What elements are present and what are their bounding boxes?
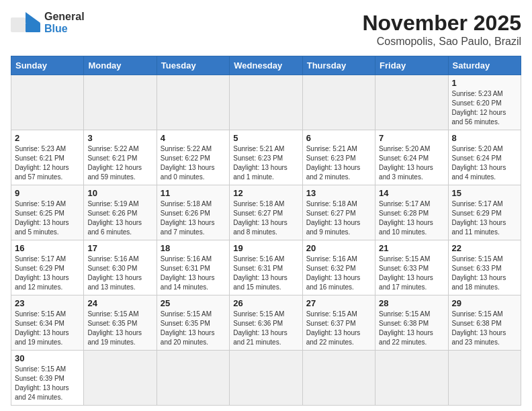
calendar-cell-7: 2Sunrise: 5:23 AM Sunset: 6:21 PM Daylig… (11, 130, 84, 185)
header-tuesday: Tuesday (157, 56, 229, 75)
header-friday: Friday (375, 56, 448, 75)
calendar-header-row: Sunday Monday Tuesday Wednesday Thursday… (11, 56, 521, 75)
logo: General Blue (11, 11, 85, 34)
svg-rect-2 (26, 23, 40, 32)
calendar: Sunday Monday Tuesday Wednesday Thursday… (11, 56, 521, 406)
day-info: Sunrise: 5:15 AM Sunset: 6:33 PM Dayligh… (379, 255, 444, 292)
day-number: 30 (15, 353, 80, 363)
day-info: Sunrise: 5:18 AM Sunset: 6:27 PM Dayligh… (233, 199, 298, 237)
logo-blue-text: Blue (44, 23, 85, 35)
day-number: 4 (161, 133, 226, 143)
day-number: 3 (87, 133, 152, 143)
calendar-cell-13: 8Sunrise: 5:20 AM Sunset: 6:24 PM Daylig… (448, 130, 521, 185)
calendar-cell-19: 14Sunrise: 5:17 AM Sunset: 6:28 PM Dayli… (375, 185, 448, 240)
day-info: Sunrise: 5:15 AM Sunset: 6:35 PM Dayligh… (161, 310, 226, 347)
location-subtitle: Cosmopolis, Sao Paulo, Brazil (362, 36, 521, 48)
calendar-row-4: 23Sunrise: 5:15 AM Sunset: 6:34 PM Dayli… (11, 295, 521, 351)
calendar-cell-1 (84, 75, 157, 130)
calendar-cell-2 (157, 75, 229, 130)
day-number: 24 (87, 298, 152, 308)
day-info: Sunrise: 5:15 AM Sunset: 6:35 PM Dayligh… (87, 310, 152, 347)
day-number: 25 (161, 298, 226, 308)
day-number: 10 (87, 188, 152, 198)
day-number: 20 (306, 243, 371, 253)
calendar-cell-38 (230, 351, 302, 406)
calendar-cell-36 (84, 351, 157, 406)
day-number: 29 (452, 298, 517, 308)
day-info: Sunrise: 5:18 AM Sunset: 6:26 PM Dayligh… (161, 199, 226, 237)
day-number: 6 (306, 133, 371, 143)
day-number: 13 (306, 188, 371, 198)
day-number: 18 (161, 243, 226, 253)
day-number: 1 (452, 78, 517, 88)
day-number: 8 (452, 133, 517, 143)
calendar-cell-40 (375, 351, 448, 406)
day-info: Sunrise: 5:17 AM Sunset: 6:29 PM Dayligh… (15, 255, 80, 292)
day-info: Sunrise: 5:21 AM Sunset: 6:23 PM Dayligh… (306, 144, 371, 182)
calendar-row-2: 9Sunrise: 5:19 AM Sunset: 6:25 PM Daylig… (11, 185, 521, 240)
header: General Blue November 2025 Cosmopolis, S… (11, 11, 521, 48)
day-info: Sunrise: 5:22 AM Sunset: 6:21 PM Dayligh… (87, 144, 152, 182)
calendar-cell-3 (230, 75, 302, 130)
calendar-cell-9: 4Sunrise: 5:22 AM Sunset: 6:22 PM Daylig… (157, 130, 229, 185)
calendar-cell-41 (448, 351, 521, 406)
day-info: Sunrise: 5:15 AM Sunset: 6:37 PM Dayligh… (306, 310, 371, 347)
calendar-cell-18: 13Sunrise: 5:18 AM Sunset: 6:27 PM Dayli… (302, 185, 375, 240)
calendar-cell-22: 17Sunrise: 5:16 AM Sunset: 6:30 PM Dayli… (84, 240, 157, 295)
logo-general-text: General (44, 11, 85, 23)
calendar-cell-5 (375, 75, 448, 130)
calendar-row-0: 1Sunrise: 5:23 AM Sunset: 6:20 PM Daylig… (11, 75, 521, 130)
day-number: 23 (15, 298, 80, 308)
day-number: 15 (452, 188, 517, 198)
calendar-cell-27: 22Sunrise: 5:15 AM Sunset: 6:33 PM Dayli… (448, 240, 521, 295)
day-number: 14 (379, 188, 444, 198)
calendar-cell-30: 25Sunrise: 5:15 AM Sunset: 6:35 PM Dayli… (157, 295, 229, 351)
day-info: Sunrise: 5:15 AM Sunset: 6:38 PM Dayligh… (452, 310, 517, 347)
day-info: Sunrise: 5:21 AM Sunset: 6:23 PM Dayligh… (233, 144, 298, 182)
title-area: November 2025 Cosmopolis, Sao Paulo, Bra… (362, 11, 521, 48)
day-info: Sunrise: 5:17 AM Sunset: 6:29 PM Dayligh… (452, 199, 517, 237)
day-info: Sunrise: 5:23 AM Sunset: 6:21 PM Dayligh… (15, 144, 80, 182)
day-info: Sunrise: 5:22 AM Sunset: 6:22 PM Dayligh… (161, 144, 226, 182)
calendar-row-1: 2Sunrise: 5:23 AM Sunset: 6:21 PM Daylig… (11, 130, 521, 185)
day-number: 17 (87, 243, 152, 253)
calendar-cell-11: 6Sunrise: 5:21 AM Sunset: 6:23 PM Daylig… (302, 130, 375, 185)
header-saturday: Saturday (448, 56, 521, 75)
calendar-row-3: 16Sunrise: 5:17 AM Sunset: 6:29 PM Dayli… (11, 240, 521, 295)
calendar-cell-23: 18Sunrise: 5:16 AM Sunset: 6:31 PM Dayli… (157, 240, 229, 295)
calendar-cell-4 (302, 75, 375, 130)
day-number: 22 (452, 243, 517, 253)
calendar-cell-6: 1Sunrise: 5:23 AM Sunset: 6:20 PM Daylig… (448, 75, 521, 130)
header-thursday: Thursday (302, 56, 375, 75)
logo-graphic (11, 12, 40, 34)
day-info: Sunrise: 5:20 AM Sunset: 6:24 PM Dayligh… (379, 144, 444, 182)
calendar-cell-31: 26Sunrise: 5:15 AM Sunset: 6:36 PM Dayli… (230, 295, 302, 351)
day-number: 9 (15, 188, 80, 198)
month-title: November 2025 (362, 11, 521, 36)
calendar-cell-25: 20Sunrise: 5:16 AM Sunset: 6:32 PM Dayli… (302, 240, 375, 295)
day-number: 26 (233, 298, 298, 308)
calendar-row-5: 30Sunrise: 5:15 AM Sunset: 6:39 PM Dayli… (11, 351, 521, 406)
svg-rect-0 (11, 17, 26, 32)
calendar-cell-16: 11Sunrise: 5:18 AM Sunset: 6:26 PM Dayli… (157, 185, 229, 240)
day-info: Sunrise: 5:15 AM Sunset: 6:38 PM Dayligh… (379, 310, 444, 347)
day-number: 12 (233, 188, 298, 198)
calendar-cell-32: 27Sunrise: 5:15 AM Sunset: 6:37 PM Dayli… (302, 295, 375, 351)
day-info: Sunrise: 5:17 AM Sunset: 6:28 PM Dayligh… (379, 199, 444, 237)
day-number: 7 (379, 133, 444, 143)
day-number: 11 (161, 188, 226, 198)
day-info: Sunrise: 5:19 AM Sunset: 6:25 PM Dayligh… (15, 199, 80, 237)
calendar-cell-35: 30Sunrise: 5:15 AM Sunset: 6:39 PM Dayli… (11, 351, 84, 406)
day-info: Sunrise: 5:15 AM Sunset: 6:39 PM Dayligh… (15, 365, 80, 402)
day-info: Sunrise: 5:18 AM Sunset: 6:27 PM Dayligh… (306, 199, 371, 237)
calendar-cell-29: 24Sunrise: 5:15 AM Sunset: 6:35 PM Dayli… (84, 295, 157, 351)
day-number: 2 (15, 133, 80, 143)
day-info: Sunrise: 5:16 AM Sunset: 6:31 PM Dayligh… (161, 255, 226, 292)
calendar-cell-34: 29Sunrise: 5:15 AM Sunset: 6:38 PM Dayli… (448, 295, 521, 351)
header-wednesday: Wednesday (230, 56, 302, 75)
day-info: Sunrise: 5:16 AM Sunset: 6:30 PM Dayligh… (87, 255, 152, 292)
calendar-cell-12: 7Sunrise: 5:20 AM Sunset: 6:24 PM Daylig… (375, 130, 448, 185)
day-number: 19 (233, 243, 298, 253)
day-info: Sunrise: 5:16 AM Sunset: 6:31 PM Dayligh… (233, 255, 298, 292)
day-number: 28 (379, 298, 444, 308)
